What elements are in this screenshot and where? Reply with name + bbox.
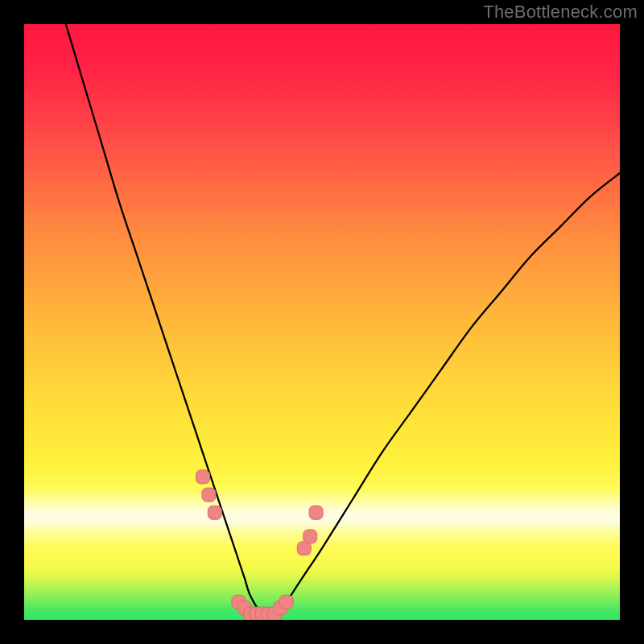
chart-marker — [309, 506, 323, 519]
chart-marker — [303, 530, 317, 543]
chart-marker — [196, 470, 210, 484]
chart-gradient-bg — [24, 24, 620, 620]
chart-marker — [208, 506, 221, 519]
chart-marker — [279, 595, 293, 609]
chart-svg — [24, 24, 620, 620]
chart-marker — [202, 488, 216, 502]
chart-frame: TheBottleneck.com — [0, 0, 644, 644]
chart-plot-area — [24, 24, 620, 620]
watermark-text: TheBottleneck.com — [483, 2, 638, 23]
